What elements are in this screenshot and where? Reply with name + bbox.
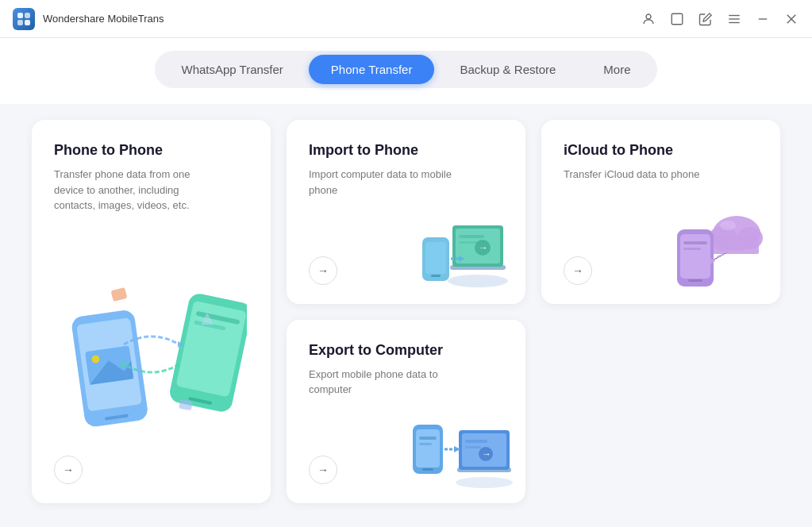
svg-rect-62 (419, 437, 437, 440)
svg-point-28 (448, 275, 508, 287)
svg-rect-48 (683, 241, 707, 244)
svg-rect-25 (110, 287, 127, 302)
nav-area: WhatsApp Transfer Phone Transfer Backup … (0, 38, 812, 104)
svg-rect-1 (25, 13, 30, 18)
card-import-to-phone[interactable]: Import to Phone Import computer data to … (287, 120, 525, 304)
menu-icon[interactable] (726, 11, 742, 27)
app-icon (13, 8, 35, 30)
user-icon[interactable] (641, 11, 656, 27)
card-import-desc: Import computer data to mobile phone (309, 167, 468, 198)
card-export-desc: Export mobile phone data to computer (309, 367, 468, 398)
svg-point-44 (720, 221, 736, 230)
app-title: Wondershare MobileTrans (43, 13, 164, 25)
svg-rect-61 (422, 468, 433, 471)
nav-tabs: WhatsApp Transfer Phone Transfer Backup … (155, 51, 656, 88)
svg-rect-55 (465, 440, 487, 443)
titlebar: Wondershare MobileTrans (0, 0, 812, 38)
main-content: Phone to Phone Transfer phone data from … (0, 104, 812, 527)
card-icloud-desc: Transfer iCloud data to phone (564, 167, 722, 183)
cards-grid: Phone to Phone Transfer phone data from … (32, 120, 780, 503)
card-export-arrow[interactable]: → (309, 456, 337, 484)
tab-phone-transfer[interactable]: Phone Transfer (309, 55, 435, 84)
svg-rect-47 (688, 279, 702, 282)
svg-rect-0 (17, 13, 23, 18)
svg-rect-37 (425, 242, 446, 274)
svg-rect-60 (416, 429, 440, 467)
svg-rect-56 (465, 446, 481, 448)
svg-rect-63 (419, 443, 432, 445)
card-phone-to-phone-arrow[interactable]: → (54, 456, 83, 484)
card-phone-to-phone[interactable]: Phone to Phone Transfer phone data from … (32, 120, 271, 503)
card-export-to-computer[interactable]: Export to Computer Export mobile phone d… (287, 320, 525, 504)
tab-backup-restore[interactable]: Backup & Restore (437, 55, 578, 84)
svg-rect-5 (672, 13, 683, 25)
tab-more[interactable]: More (581, 55, 652, 84)
minimize-button[interactable] (755, 11, 771, 27)
icloud-illustration (661, 198, 772, 293)
card-import-arrow[interactable]: → (309, 256, 337, 285)
close-button[interactable] (783, 11, 799, 27)
edit-icon[interactable] (698, 11, 714, 27)
card-icloud-arrow[interactable]: → (564, 256, 592, 285)
svg-rect-2 (17, 20, 23, 25)
card-icloud-title: iCloud to Phone (564, 142, 758, 159)
svg-rect-33 (459, 241, 478, 244)
svg-point-51 (456, 477, 513, 488)
card-export-title: Export to Computer (309, 342, 503, 359)
svg-text:→: → (479, 242, 488, 253)
phone-to-phone-illustration (56, 265, 247, 456)
svg-point-4 (646, 14, 651, 19)
card-phone-to-phone-title: Phone to Phone (54, 142, 248, 159)
titlebar-controls (641, 11, 799, 27)
card-icloud-to-phone[interactable]: iCloud to Phone Transfer iCloud data to … (541, 120, 780, 304)
svg-rect-43 (713, 237, 759, 254)
svg-rect-46 (680, 234, 710, 279)
window-icon[interactable] (669, 11, 685, 27)
card-phone-to-phone-desc: Transfer phone data from one device to a… (54, 167, 213, 213)
tab-whatsapp-transfer[interactable]: WhatsApp Transfer (159, 55, 305, 84)
svg-rect-49 (683, 248, 701, 250)
svg-rect-3 (25, 20, 30, 25)
card-import-title: Import to Phone (309, 142, 503, 159)
export-illustration: → (398, 397, 518, 492)
import-illustration: → (406, 198, 518, 293)
svg-rect-38 (431, 275, 441, 277)
svg-text:→: → (482, 448, 491, 460)
svg-rect-32 (459, 235, 484, 238)
titlebar-left: Wondershare MobileTrans (13, 8, 164, 30)
